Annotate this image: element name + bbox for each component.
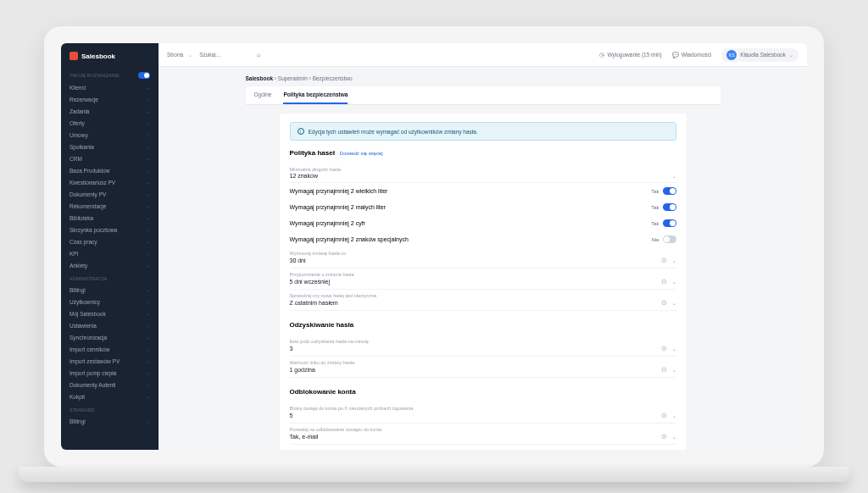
sidebar-item[interactable]: Mój Salesbook⌄ — [61, 307, 159, 319]
chevron-down-icon: ⌄ — [147, 85, 150, 90]
app-screen: Salesbook TWOJE ROZWIĄZANIE Klienci⌄Reze… — [61, 43, 807, 450]
sidebar-item[interactable]: Skrzynka pocztowa⌄ — [61, 224, 159, 235]
settings-panel: i Edycja tych ustawień może wymagać od u… — [280, 114, 687, 450]
setting-row[interactable]: Pozwalaj na odblokowanie dostępu do kont… — [290, 424, 676, 445]
sidebar-item[interactable]: Rezerwacje⌄ — [61, 93, 159, 105]
setting-label: Ilość prób odzyskania hasła na minutę — [290, 339, 676, 344]
sidebar-section-title: TWOJE ROZWIĄZANIE — [61, 67, 159, 81]
chevron-down-icon: ⌄ — [147, 323, 150, 328]
rule-row: Wymagaj przynajmniej 2 znaków specjalnyc… — [290, 231, 676, 247]
tab-general[interactable]: Ogólne — [254, 86, 272, 104]
user-menu[interactable]: KS Klaudia Salesbook ⌄ — [721, 48, 798, 62]
card-account-unlock: Odblokowanie konta Blokuj dostęp do kont… — [290, 388, 676, 445]
sidebar-item[interactable]: Kokpit⌄ — [61, 391, 159, 402]
help-icon[interactable]: ⊙ — [661, 278, 667, 285]
toggle-switch[interactable] — [663, 187, 676, 195]
rule-row: Wymagaj przynajmniej 2 cyfrTak — [290, 215, 676, 231]
laptop-frame: Salesbook TWOJE ROZWIĄZANIE Klienci⌄Reze… — [44, 26, 824, 467]
setting-row[interactable]: Ilość prób odzyskania hasła na minutę3⊙⌄ — [290, 335, 676, 357]
sidebar-item[interactable]: Import pomp ciepła⌄ — [61, 367, 159, 379]
clock-icon: ◷ — [599, 52, 604, 58]
sidebar-item[interactable]: CRM⌄ — [61, 152, 159, 164]
chevron-down-icon: ⌄ — [672, 367, 676, 373]
toggle-switch[interactable] — [663, 235, 676, 243]
search-icon[interactable]: ⌕ — [257, 51, 261, 58]
learn-more-link[interactable]: Dowiedz się więcej — [340, 151, 383, 156]
chevron-down-icon: ⌄ — [672, 279, 676, 285]
help-icon[interactable]: ⊙ — [661, 299, 667, 307]
sidebar-item[interactable]: Billingi⌄ — [61, 284, 159, 296]
rule-label: Wymagaj przynajmniej 2 cyfr — [290, 220, 365, 226]
main: Strona ⌄ ⌕ ◷ Wylogowanie (15 min) 💬 Wiad… — [159, 43, 807, 450]
sidebar-item[interactable]: Klienci⌄ — [61, 81, 159, 93]
search-input[interactable] — [199, 52, 250, 58]
sidebar-item[interactable]: Ustawienia⌄ — [61, 319, 159, 331]
chevron-down-icon: ⌄ — [147, 203, 150, 208]
sidebar-item[interactable]: Dokumenty Autenti⌄ — [61, 379, 159, 391]
setting-label: Blokuj dostęp do konta po X nieudanych p… — [290, 406, 676, 411]
sidebar-item[interactable]: Czas pracy⌄ — [61, 235, 159, 247]
sidebar-item[interactable]: Billingi⌄ — [61, 415, 159, 427]
sidebar-item[interactable]: Ankiety⌄ — [61, 259, 159, 271]
setting-value: 3 — [290, 346, 293, 352]
help-icon[interactable]: ⊙ — [661, 412, 667, 419]
chevron-down-icon: ⌄ — [147, 287, 150, 292]
tab-security-policy[interactable]: Polityka bezpieczeństwa — [283, 86, 348, 104]
setting-row[interactable]: Blokuj dostęp do konta po X nieudanych p… — [290, 402, 676, 424]
setting-row[interactable]: Ważność linku do zmiany hasła1 godzina⊙⌄ — [290, 357, 676, 378]
breadcrumb: Salesbook › Superadmin › Bezpieczeństwo — [246, 75, 721, 81]
chevron-down-icon: ⌄ — [147, 335, 150, 340]
sidebar-item[interactable]: Spotkania⌄ — [61, 141, 159, 152]
toggle-state: Tak — [651, 205, 659, 210]
help-icon[interactable]: ⊙ — [661, 366, 667, 374]
sidebar-item[interactable]: Zadania⌄ — [61, 105, 159, 117]
setting-value: 1 godzina — [290, 367, 315, 373]
laptop-base — [19, 467, 849, 482]
messages-link[interactable]: 💬 Wiadomości — [672, 52, 711, 58]
toggle-state: Tak — [651, 189, 659, 194]
toggle-switch[interactable] — [663, 203, 676, 211]
sidebar-item[interactable]: Dokumenty PV⌄ — [61, 188, 159, 200]
card-title: Polityka haseł — [290, 149, 335, 157]
sidebar-item[interactable]: Umowy⌄ — [61, 129, 159, 141]
sidebar-item[interactable]: Rekomendacje⌄ — [61, 200, 159, 212]
logo[interactable]: Salesbook — [61, 50, 159, 67]
setting-row[interactable]: Wymuszaj zmianę hasła co30 dni⊙⌄ — [290, 247, 676, 269]
setting-row[interactable]: Sprawdzaj czy nowe hasło jest identyczne… — [290, 290, 676, 311]
sidebar-toggle[interactable] — [138, 72, 150, 79]
sidebar-item[interactable]: Baza Produktów⌄ — [61, 164, 159, 176]
logout-timer[interactable]: ◷ Wylogowanie (15 min) — [599, 52, 661, 58]
chevron-down-icon: ⌄ — [147, 97, 150, 102]
sidebar-item[interactable]: Biblioteka⌄ — [61, 212, 159, 224]
setting-row[interactable]: Przypomnienie o zmianie hasła5 dni wcześ… — [290, 269, 676, 290]
info-icon: i — [298, 128, 304, 135]
rule-row: Wymagaj przynajmniej 2 wielkich literTak — [290, 183, 676, 199]
rule-row: Wymagaj przynajmniej 2 małych literTak — [290, 199, 676, 215]
toggle-switch[interactable] — [663, 219, 676, 227]
search-scope[interactable]: Strona ⌄ — [167, 52, 192, 58]
sidebar-item[interactable]: Oferty⌄ — [61, 117, 159, 129]
field-min-length[interactable]: Minimalna długość hasła 12 znaków ⌄ — [290, 163, 676, 183]
chevron-down-icon: ⌄ — [147, 311, 150, 316]
card-password-recovery: Odzyskiwanie hasła Ilość prób odzyskania… — [290, 321, 676, 378]
help-icon[interactable]: ⊙ — [661, 345, 667, 352]
setting-value: 30 dni — [290, 258, 306, 263]
sidebar-item[interactable]: KPI⌄ — [61, 247, 159, 259]
card-title: Odblokowanie konta — [290, 388, 356, 396]
sidebar-item[interactable]: Kwestionariusz PV⌄ — [61, 176, 159, 188]
help-icon[interactable]: ⊙ — [661, 433, 667, 440]
chevron-down-icon: ⌄ — [147, 144, 150, 149]
chat-icon: 💬 — [672, 52, 679, 58]
sidebar-item[interactable]: Import cenników⌄ — [61, 343, 159, 355]
sidebar-item[interactable]: Synchronizacja⌄ — [61, 331, 159, 343]
chevron-down-icon: ⌄ — [147, 239, 150, 244]
setting-label: Ważność linku do zmiany hasła — [290, 360, 676, 365]
chevron-down-icon: ⌄ — [147, 180, 150, 185]
chevron-down-icon: ⌄ — [672, 346, 676, 352]
chevron-down-icon: ⌄ — [672, 258, 676, 263]
sidebar-item[interactable]: Import zestawów PV⌄ — [61, 355, 159, 367]
sidebar-item[interactable]: Użytkownicy⌄ — [61, 296, 159, 307]
help-icon[interactable]: ⊙ — [661, 257, 667, 264]
rule-label: Wymagaj przynajmniej 2 znaków specjalnyc… — [290, 236, 409, 242]
setting-value: 5 dni wcześniej — [290, 279, 330, 285]
